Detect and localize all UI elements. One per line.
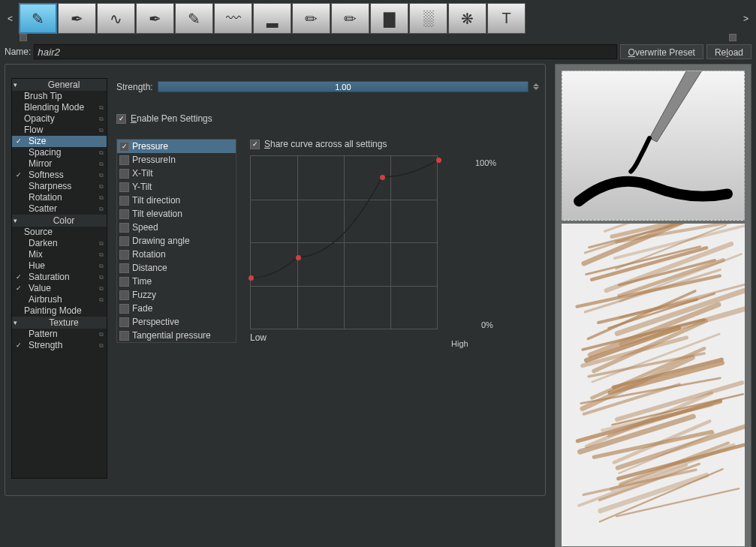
curve-low-label: Low	[250, 332, 438, 343]
curve-100-label: 100%	[475, 158, 496, 167]
scroll-left-button[interactable]	[20, 34, 27, 41]
enable-pen-label: Enable Pen Settings	[131, 113, 212, 124]
curve-editor[interactable]	[250, 155, 438, 329]
tree-item-rotation[interactable]: Rotation⧉	[12, 192, 107, 203]
sensor-time[interactable]: Time	[117, 275, 236, 288]
enable-pen-checkbox[interactable]: ✓	[116, 114, 126, 124]
sensor-drawing-angle[interactable]: Drawing angle	[117, 234, 236, 248]
sensor-tilt-elevation[interactable]: Tilt elevation	[117, 207, 236, 221]
brush-preset-strip: ✎✒∿✒✎〰▂✏✏▇░❋T	[19, 3, 737, 34]
tree-item-size[interactable]: ✓Size⧉	[12, 136, 107, 147]
brush-preset-8[interactable]: ✏	[331, 3, 369, 34]
brush-preset-5[interactable]: 〰	[214, 3, 252, 34]
tree-item-airbrush[interactable]: Airbrush⧉	[12, 294, 107, 305]
tree-item-darken[interactable]: Darken⧉	[12, 238, 107, 249]
tree-item-blending-mode[interactable]: Blending Mode⧉	[12, 102, 107, 113]
settings-panel: ▾GeneralBrush TipBlending Mode⧉Opacity⧉F…	[5, 64, 546, 496]
strength-slider[interactable]: 1.00	[158, 81, 529, 92]
svg-line-53	[616, 488, 739, 516]
brush-preset-10[interactable]: ░	[409, 3, 447, 34]
tree-item-sharpness[interactable]: Sharpness⧉	[12, 181, 107, 192]
sensor-tangential-pressure[interactable]: Tangential pressure	[117, 329, 236, 342]
next-presets-button[interactable]: >	[740, 8, 751, 30]
share-curve-checkbox[interactable]: ✓	[250, 140, 260, 149]
sensor-distance[interactable]: Distance	[117, 261, 236, 275]
overwrite-preset-button[interactable]: OOverwrite Presetverwrite Preset	[620, 44, 703, 59]
tree-item-pattern[interactable]: Pattern⧉	[12, 329, 107, 340]
svg-line-40	[586, 393, 711, 446]
brush-preset-6[interactable]: ▂	[253, 3, 291, 34]
sensor-tilt-direction[interactable]: Tilt direction	[117, 194, 236, 207]
curve-handle[interactable]	[436, 158, 441, 163]
curve-handle[interactable]	[380, 175, 385, 180]
tree-section-texture[interactable]: ▾Texture	[12, 317, 107, 329]
brush-preset-9[interactable]: ▇	[370, 3, 408, 34]
curve-handle[interactable]	[296, 255, 301, 260]
settings-tree[interactable]: ▾GeneralBrush TipBlending Mode⧉Opacity⧉F…	[11, 78, 107, 479]
prev-presets-button[interactable]: <	[5, 8, 16, 30]
sensor-y-tilt[interactable]: Y-Tilt	[117, 180, 236, 194]
svg-line-11	[607, 244, 731, 290]
tree-item-spacing[interactable]: Spacing⧉	[12, 147, 107, 158]
tree-item-flow[interactable]: Flow⧉	[12, 125, 107, 136]
brush-preset-7[interactable]: ✏	[292, 3, 330, 34]
tree-item-source[interactable]: Source	[12, 227, 107, 238]
tree-item-scatter[interactable]: Scatter⧉	[12, 203, 107, 215]
tree-section-general[interactable]: ▾General	[12, 79, 107, 91]
brush-preset-12[interactable]: T	[487, 3, 526, 34]
sensor-pressurein[interactable]: PressureIn	[117, 153, 236, 167]
brush-preset-11[interactable]: ❋	[448, 3, 486, 34]
brush-name-input[interactable]	[34, 44, 616, 59]
tree-item-painting-mode[interactable]: Painting Mode	[12, 305, 107, 317]
tree-item-mix[interactable]: Mix⧉	[12, 249, 107, 260]
sensor-fade[interactable]: Fade	[117, 302, 236, 315]
tree-item-brush-tip[interactable]: Brush Tip	[12, 91, 107, 102]
sensor-fuzzy[interactable]: Fuzzy	[117, 288, 236, 302]
strength-label: Strength:	[116, 82, 153, 92]
brush-preset-2[interactable]: ∿	[97, 3, 135, 34]
scroll-right-button[interactable]	[729, 34, 736, 41]
sensor-pressure[interactable]: ✓Pressure	[117, 140, 236, 153]
tree-item-strength[interactable]: ✓Strength⧉	[12, 340, 107, 351]
tree-item-value[interactable]: ✓Value⧉	[12, 283, 107, 294]
sensor-perspective[interactable]: Perspective	[117, 315, 236, 329]
tree-section-color[interactable]: ▾Color	[12, 215, 107, 227]
brush-preset-3[interactable]: ✒	[136, 3, 174, 34]
sensor-rotation[interactable]: Rotation	[117, 248, 236, 261]
preview-panel	[555, 64, 751, 547]
brush-preset-1[interactable]: ✒	[58, 3, 96, 34]
sensor-speed[interactable]: Speed	[117, 221, 236, 234]
curve-0-label: 0%	[481, 320, 493, 329]
tree-item-hue[interactable]: Hue⧉	[12, 260, 107, 272]
tree-item-softness[interactable]: ✓Softness⧉	[12, 170, 107, 181]
tree-item-opacity[interactable]: Opacity⧉	[12, 113, 107, 125]
tree-item-saturation[interactable]: ✓Saturation⧉	[12, 272, 107, 283]
brush-tip-preview	[562, 71, 745, 221]
reload-button[interactable]: Reload	[706, 44, 751, 59]
curve-high-label: High	[451, 339, 468, 348]
sensor-x-tilt[interactable]: X-Tilt	[117, 167, 236, 180]
tree-item-mirror[interactable]: Mirror⧉	[12, 158, 107, 170]
stroke-preview	[562, 224, 745, 546]
name-label: Name:	[5, 47, 31, 57]
brush-preset-4[interactable]: ✎	[175, 3, 213, 34]
sensor-list[interactable]: ✓PressurePressureInX-TiltY-TiltTilt dire…	[116, 139, 236, 343]
strength-spinner[interactable]	[533, 83, 539, 90]
share-curve-label: Share curve across all settings	[264, 139, 387, 149]
brush-preset-0[interactable]: ✎	[19, 3, 57, 34]
